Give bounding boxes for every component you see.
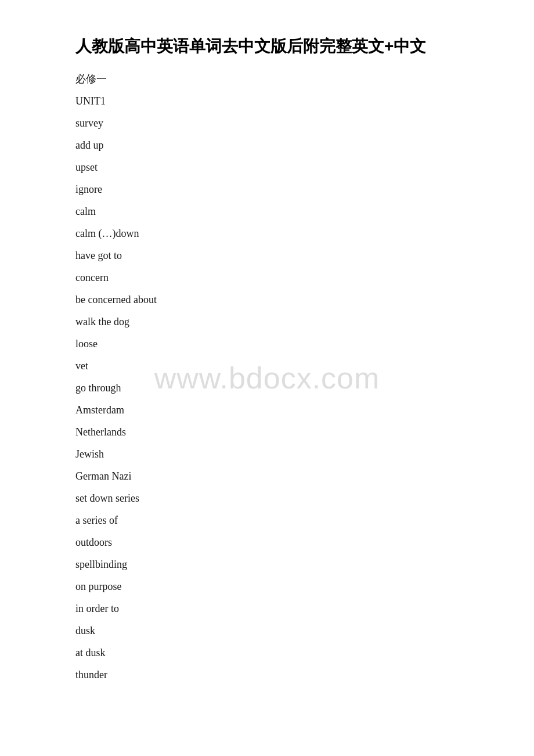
- page-container: 人教版高中英语单词去中文版后附完整英文+中文 必修一UNIT1surveyadd…: [0, 0, 534, 756]
- list-item: go through: [75, 383, 459, 393]
- list-item: Jewish: [75, 449, 459, 459]
- list-item: upset: [75, 162, 459, 172]
- list-item: Amsterdam: [75, 405, 459, 415]
- list-item: in order to: [75, 603, 459, 614]
- list-item: walk the dog: [75, 316, 459, 327]
- list-item: dusk: [75, 625, 459, 636]
- list-item: calm (…)down: [75, 228, 459, 239]
- list-item: set down series: [75, 493, 459, 503]
- list-item: thunder: [75, 669, 459, 680]
- list-item: outdoors: [75, 537, 459, 548]
- list-item: calm: [75, 206, 459, 217]
- word-list: 必修一UNIT1surveyadd upupsetignorecalm calm…: [75, 74, 459, 680]
- list-item: spellbinding: [75, 559, 459, 570]
- list-item: on purpose: [75, 581, 459, 592]
- list-item: vet: [75, 361, 459, 371]
- list-item: concern: [75, 272, 459, 283]
- list-item: ignore: [75, 184, 459, 195]
- page-title: 人教版高中英语单词去中文版后附完整英文+中文: [75, 35, 459, 57]
- list-item: loose: [75, 339, 459, 349]
- list-item: 必修一: [75, 74, 459, 84]
- list-item: add up: [75, 140, 459, 150]
- list-item: UNIT1: [75, 96, 459, 106]
- list-item: a series of: [75, 515, 459, 525]
- list-item: survey: [75, 118, 459, 128]
- list-item: have got to: [75, 250, 459, 261]
- list-item: German Nazi: [75, 471, 459, 481]
- list-item: Netherlands: [75, 427, 459, 437]
- list-item: at dusk: [75, 647, 459, 658]
- list-item: be concerned about: [75, 294, 459, 305]
